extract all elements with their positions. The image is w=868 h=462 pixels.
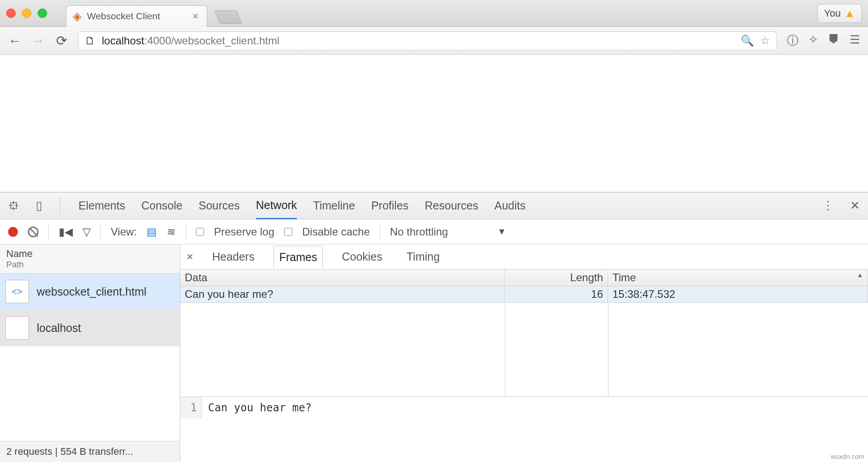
devtools-panel: ⯐ ▯ Elements Console Sources Network Tim… [0,192,868,462]
forward-button[interactable]: → [31,33,45,48]
request-name: localhost [37,322,81,335]
record-button[interactable] [8,227,18,237]
detail-tabs: × Headers Frames Cookies Timing [180,244,868,270]
window-titlebar: ◈ Websocket Client × You ▲ [0,0,868,27]
frame-icon [5,316,29,340]
tab-console[interactable]: Console [141,193,182,218]
address-bar[interactable]: 🗋 localhost:4000/websocket_client.html 🔍… [78,31,777,50]
tab-favicon: ◈ [73,9,82,23]
tab-network[interactable]: Network [256,192,297,219]
large-rows-icon[interactable]: ▤ [147,226,157,238]
warning-icon: ▲ [844,7,855,20]
tab-elements[interactable]: Elements [78,193,125,218]
filter-icon[interactable]: ▽ [82,226,91,238]
info-extension-icon[interactable]: ⓘ [787,33,799,48]
back-button[interactable]: ← [8,33,22,48]
network-filter-bar: ▮◀ ▽ View: ▤ ≋ Preserve log Disable cach… [0,219,868,244]
chevron-down-icon: ▼ [497,227,506,237]
new-tab-button[interactable] [214,10,242,24]
devtools-more-icon[interactable]: ⋮ [822,199,834,213]
clear-button[interactable] [28,227,39,237]
request-item[interactable]: <> websocket_client.html [0,274,180,310]
tab-audits[interactable]: Audits [495,193,525,218]
page-content [0,55,868,192]
tab-timing[interactable]: Timing [401,246,445,268]
frames-empty-area [180,303,868,397]
disable-cache-label: Disable cache [302,226,370,238]
tab-headers[interactable]: Headers [207,246,260,268]
browser-tab[interactable]: ◈ Websocket Client × [66,5,207,27]
tab-cookies[interactable]: Cookies [336,246,387,268]
column-path: Path [6,260,174,270]
request-list: Name Path <> websocket_client.html local… [0,244,180,462]
column-name: Name [6,248,174,260]
watermark: wsxdn.com [831,453,864,460]
frames-table: Data Length Time Can you hear me? 16 15:… [180,270,868,303]
bookmark-icon[interactable]: ☆ [760,35,770,47]
camera-icon[interactable]: ▮◀ [59,226,73,238]
menu-icon[interactable]: ☰ [850,33,860,48]
request-name: websocket_client.html [37,285,147,298]
tab-title: Websocket Client [87,11,160,22]
url-host: localhost [102,35,144,47]
tab-profiles[interactable]: Profiles [371,193,408,218]
browser-toolbar: ← → ⟳ 🗋 localhost:4000/websocket_client.… [0,27,868,55]
request-list-header[interactable]: Name Path [0,244,180,274]
frame-text: Can you hear me? [202,397,318,418]
url-path: :4000/websocket_client.html [144,35,280,47]
line-number: 1 [180,397,202,418]
devtools-close-icon[interactable]: ✕ [850,199,860,213]
throttling-value: No throttling [390,226,448,238]
inspect-icon[interactable]: ⯐ [8,199,20,213]
request-item[interactable]: localhost [0,310,180,346]
document-icon: <> [5,280,29,303]
device-mode-icon[interactable]: ▯ [36,199,42,213]
disable-cache-checkbox[interactable] [284,228,292,236]
frame-data: Can you hear me? [180,286,505,302]
minimize-window-button[interactable] [22,9,31,18]
close-detail-icon[interactable]: × [187,250,193,264]
ublock-icon[interactable]: ⛊ [828,33,840,48]
frames-header-row[interactable]: Data Length Time [180,270,868,286]
profile-button[interactable]: You ▲ [817,4,862,23]
devtools-tabs: ⯐ ▯ Elements Console Sources Network Tim… [0,192,868,219]
column-length: Length [505,270,608,286]
close-window-button[interactable] [6,9,16,18]
frame-preview: 1 Can you hear me? [180,397,868,418]
request-detail: × Headers Frames Cookies Timing Data Len… [180,244,868,462]
zoom-icon[interactable]: 🔍 [741,35,754,47]
preserve-log-checkbox[interactable] [196,228,204,236]
tab-timeline[interactable]: Timeline [313,193,355,218]
frame-time: 15:38:47.532 [608,286,868,302]
profile-label: You [824,8,841,19]
close-tab-icon[interactable]: × [192,10,199,22]
view-label: View: [111,226,137,238]
extension-icon[interactable]: ✧ [808,33,818,48]
tab-resources[interactable]: Resources [425,193,478,218]
waterfall-icon[interactable]: ≋ [167,226,176,238]
tab-frames[interactable]: Frames [273,246,323,269]
page-icon: 🗋 [85,35,95,47]
request-summary: 2 requests | 554 B transferr... [0,441,180,462]
tab-sources[interactable]: Sources [199,193,240,218]
frame-length: 16 [505,286,608,302]
frame-row[interactable]: Can you hear me? 16 15:38:47.532 [180,286,868,302]
column-data: Data [180,270,505,286]
column-time: Time [608,270,868,286]
preserve-log-label: Preserve log [214,226,274,238]
maximize-window-button[interactable] [38,9,47,18]
throttling-select[interactable]: No throttling ▼ [390,226,506,238]
traffic-lights [6,9,47,18]
reload-button[interactable]: ⟳ [55,33,68,48]
